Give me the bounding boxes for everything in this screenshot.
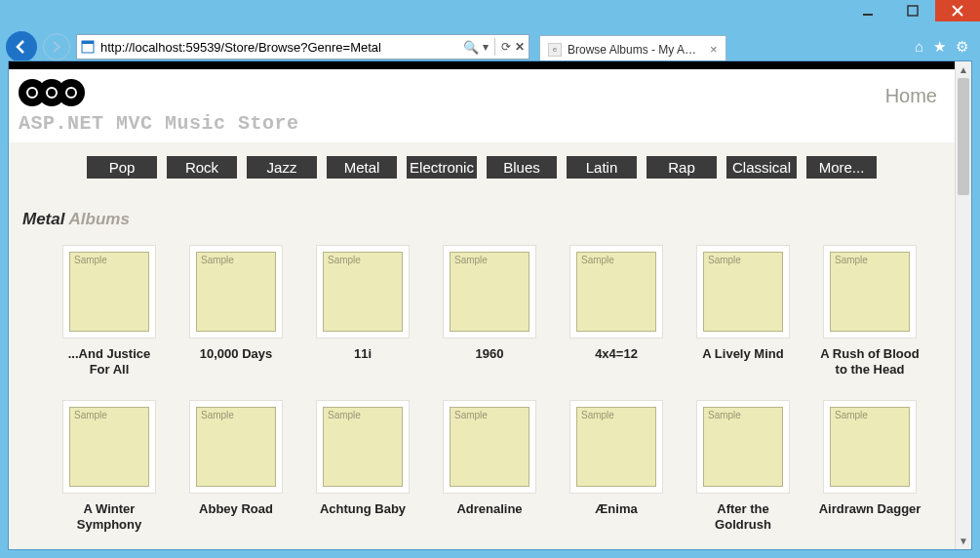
address-actions: 🔍 ▾ ⟳ ✕ xyxy=(459,38,529,56)
album-item[interactable]: Sample10,000 Days xyxy=(184,245,288,377)
sample-label: Sample xyxy=(201,410,234,420)
album-cover-placeholder: Sample xyxy=(830,407,910,487)
window-titlebar xyxy=(0,0,980,27)
address-dropdown-icon[interactable]: ▾ xyxy=(483,40,489,54)
album-item[interactable]: SampleÆnima xyxy=(565,400,668,532)
album-item[interactable]: SampleA Rush of Blood to the Head xyxy=(818,245,921,377)
window-maximize-button[interactable] xyxy=(890,0,935,21)
album-cover-placeholder: Sample xyxy=(450,407,529,487)
vertical-scrollbar[interactable]: ▲ ▼ xyxy=(955,61,971,549)
home-icon[interactable]: ⌂ xyxy=(915,38,923,56)
album-item[interactable]: SampleA Lively Mind xyxy=(691,245,795,377)
genre-button-rock[interactable]: Rock xyxy=(167,156,237,179)
album-item[interactable]: SampleAbbey Road xyxy=(184,400,288,532)
scroll-down-icon[interactable]: ▼ xyxy=(956,533,971,549)
album-cover-placeholder: Sample xyxy=(450,252,529,332)
album-cover[interactable]: Sample xyxy=(443,245,536,339)
album-item[interactable]: SampleAirdrawn Dagger xyxy=(818,400,921,532)
page-title-genre: Metal xyxy=(22,210,64,228)
album-cover[interactable]: Sample xyxy=(696,400,790,494)
sample-label: Sample xyxy=(581,410,614,420)
album-cover[interactable]: Sample xyxy=(316,245,410,339)
album-item[interactable]: Sample...And Justice For All xyxy=(58,245,161,377)
sample-label: Sample xyxy=(708,255,741,265)
album-title: A Lively Mind xyxy=(702,346,783,362)
album-cover[interactable]: Sample xyxy=(696,245,790,339)
site-title: ASP.NET MVC Music Store xyxy=(19,112,885,135)
tab-strip: e Browse Albums - My ASP.N... × xyxy=(539,31,909,62)
stop-icon[interactable]: ✕ xyxy=(515,40,525,54)
top-accent-bar xyxy=(9,61,955,69)
sample-label: Sample xyxy=(454,410,488,420)
sample-label: Sample xyxy=(328,410,361,420)
album-cover-placeholder: Sample xyxy=(323,407,403,487)
album-cover[interactable]: Sample xyxy=(823,400,917,494)
album-item[interactable]: SampleAdrenaline xyxy=(438,400,541,532)
album-cover[interactable]: Sample xyxy=(443,400,536,494)
nav-back-button[interactable] xyxy=(6,31,37,62)
album-cover-placeholder: Sample xyxy=(69,252,149,332)
nav-forward-button[interactable] xyxy=(43,33,70,60)
album-cover[interactable]: Sample xyxy=(62,400,156,494)
genre-nav: PopRockJazzMetalElectronicBluesLatinRapC… xyxy=(9,142,955,188)
genre-button-electronic[interactable]: Electronic xyxy=(407,156,477,179)
tab-title: Browse Albums - My ASP.N... xyxy=(568,43,704,57)
genre-button-rap[interactable]: Rap xyxy=(647,156,717,179)
album-cover[interactable]: Sample xyxy=(189,400,283,494)
divider xyxy=(494,38,495,56)
album-cover[interactable]: Sample xyxy=(316,400,410,494)
browser-tab[interactable]: e Browse Albums - My ASP.N... × xyxy=(539,35,726,62)
album-cover-placeholder: Sample xyxy=(196,407,276,487)
browser-viewport: ASP.NET MVC Music Store Home PopRockJazz… xyxy=(8,60,972,550)
genre-button-blues[interactable]: Blues xyxy=(487,156,557,179)
sample-label: Sample xyxy=(835,410,868,420)
logo-block: ASP.NET MVC Music Store xyxy=(19,79,885,135)
album-title: After the Goldrush xyxy=(691,501,795,532)
address-bar[interactable]: 🔍 ▾ ⟳ ✕ xyxy=(76,34,529,60)
address-favicon-icon xyxy=(77,40,98,54)
refresh-icon[interactable]: ⟳ xyxy=(501,40,511,54)
album-cover[interactable]: Sample xyxy=(189,245,283,339)
page: ASP.NET MVC Music Store Home PopRockJazz… xyxy=(9,61,955,549)
settings-icon[interactable]: ⚙ xyxy=(956,38,968,56)
album-title: Achtung Baby xyxy=(320,501,406,517)
album-title: ...And Justice For All xyxy=(58,346,161,377)
album-cover[interactable]: Sample xyxy=(569,245,663,339)
genre-button-metal[interactable]: Metal xyxy=(327,156,397,179)
album-item[interactable]: Sample1960 xyxy=(438,245,541,377)
page-title-suffix: Albums xyxy=(64,210,129,228)
genre-button-classical[interactable]: Classical xyxy=(726,156,797,179)
address-input[interactable] xyxy=(98,40,459,55)
genre-button-pop[interactable]: Pop xyxy=(87,156,157,179)
album-title: Adrenaline xyxy=(456,501,522,517)
scroll-up-icon[interactable]: ▲ xyxy=(956,61,971,78)
album-cover[interactable]: Sample xyxy=(823,245,917,339)
sample-label: Sample xyxy=(328,255,361,265)
album-item[interactable]: Sample11i xyxy=(311,245,414,377)
album-cover[interactable]: Sample xyxy=(62,245,156,339)
album-cover[interactable]: Sample xyxy=(569,400,663,494)
album-title: A Winter Symphony xyxy=(58,501,161,532)
album-cover-placeholder: Sample xyxy=(703,252,783,332)
album-cover-placeholder: Sample xyxy=(576,252,656,332)
album-item[interactable]: SampleA Winter Symphony xyxy=(58,400,161,532)
sample-label: Sample xyxy=(835,255,868,265)
browser-chrome-icons: ⌂ ★ ⚙ xyxy=(915,38,972,56)
search-icon[interactable]: 🔍 xyxy=(463,40,479,55)
album-item[interactable]: Sample4x4=12 xyxy=(565,245,668,377)
genre-button-more[interactable]: More... xyxy=(806,156,877,179)
scroll-thumb[interactable] xyxy=(958,78,969,195)
album-item[interactable]: SampleAchtung Baby xyxy=(311,400,414,532)
site-body: PopRockJazzMetalElectronicBluesLatinRapC… xyxy=(9,142,955,549)
album-item[interactable]: SampleAfter the Goldrush xyxy=(691,400,795,532)
album-cover-placeholder: Sample xyxy=(196,252,276,332)
favorites-icon[interactable]: ★ xyxy=(933,38,946,56)
genre-button-jazz[interactable]: Jazz xyxy=(247,156,317,179)
genre-button-latin[interactable]: Latin xyxy=(567,156,637,179)
window-close-button[interactable] xyxy=(935,0,980,21)
tab-close-icon[interactable]: × xyxy=(710,42,718,57)
window-minimize-button[interactable] xyxy=(845,0,890,21)
album-cover-placeholder: Sample xyxy=(830,252,910,332)
site-header: ASP.NET MVC Music Store Home xyxy=(9,69,955,142)
nav-home-link[interactable]: Home xyxy=(885,79,937,107)
